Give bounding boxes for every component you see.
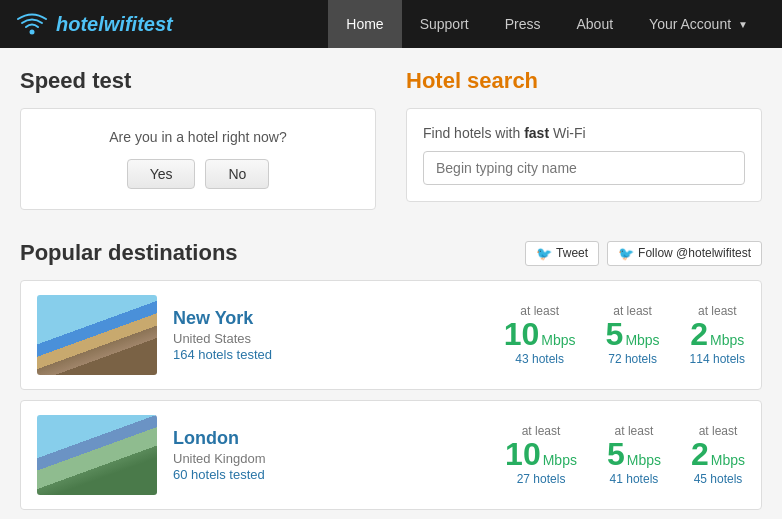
nav-link-press[interactable]: Press [487,0,559,48]
no-button[interactable]: No [205,159,269,189]
stat-number: 5 [607,438,625,470]
dest-stats: at least 10 Mbps 27 hotels at least 5 Mb… [505,424,745,486]
hotel-search-box: Find hotels with fast Wi-Fi [406,108,762,202]
destination-row: New YorkUnited States164 hotels tested a… [20,280,762,390]
nav-links: Home Support Press About Your Account ▼ [328,0,766,48]
logo-text: hotelwifitest [56,13,173,36]
stat-hotels-link[interactable]: 27 hotels [505,472,577,486]
popular-destinations-section: Popular destinations 🐦 Tweet 🐦 Follow @h… [20,240,762,510]
dest-country: United Kingdom [173,451,505,466]
stat-number: 2 [690,318,708,350]
city-search-input[interactable] [423,151,745,185]
stat-number: 5 [606,318,624,350]
social-buttons: 🐦 Tweet 🐦 Follow @hotelwifitest [525,241,762,266]
yes-button[interactable]: Yes [127,159,196,189]
stat-col-2: at least 2 Mbps 45 hotels [691,424,745,486]
stat-unit: Mbps [710,332,744,348]
hotel-search-description: Find hotels with fast Wi-Fi [423,125,745,141]
popular-destinations-title: Popular destinations [20,240,238,266]
speed-test-buttons: Yes No [41,159,355,189]
stat-col-0: at least 10 Mbps 27 hotels [505,424,577,486]
stat-unit: Mbps [541,332,575,348]
svg-point-0 [30,30,35,35]
stat-unit: Mbps [625,332,659,348]
speed-test-question: Are you in a hotel right now? [41,129,355,145]
stat-number: 10 [504,318,540,350]
nav-link-account[interactable]: Your Account ▼ [631,0,766,48]
twitter-icon-tweet: 🐦 [536,246,552,261]
stat-hotels-link[interactable]: 114 hotels [690,352,745,366]
stat-number: 10 [505,438,541,470]
dest-country: United States [173,331,504,346]
stat-speed: 2 Mbps [691,438,745,470]
stat-speed: 5 Mbps [607,438,661,470]
hotel-search-title: Hotel search [406,68,762,94]
dest-stats: at least 10 Mbps 43 hotels at least 5 Mb… [504,304,745,366]
tweet-button[interactable]: 🐦 Tweet [525,241,599,266]
stat-col-1: at least 5 Mbps 41 hotels [607,424,661,486]
dest-info: New YorkUnited States164 hotels tested [173,308,504,362]
stat-speed: 10 Mbps [504,318,576,350]
nav-link-support[interactable]: Support [402,0,487,48]
stat-hotels-link[interactable]: 45 hotels [691,472,745,486]
stat-hotels-link[interactable]: 41 hotels [607,472,661,486]
speed-test-box: Are you in a hotel right now? Yes No [20,108,376,210]
chevron-down-icon: ▼ [738,19,748,30]
stat-number: 2 [691,438,709,470]
popular-header: Popular destinations 🐦 Tweet 🐦 Follow @h… [20,240,762,266]
nav-link-about[interactable]: About [559,0,632,48]
stat-hotels-link[interactable]: 72 hotels [606,352,660,366]
dest-city-new-york[interactable]: New York [173,308,253,328]
stat-unit: Mbps [543,452,577,468]
dest-image-new-york [37,295,157,375]
main-content: Speed test Are you in a hotel right now?… [0,48,782,510]
dest-hotels-tested[interactable]: 60 hotels tested [173,467,265,482]
twitter-icon-follow: 🐦 [618,246,634,261]
logo-icon [16,8,48,40]
logo[interactable]: hotelwifitest [16,8,173,40]
dest-city-london[interactable]: London [173,428,239,448]
follow-button[interactable]: 🐦 Follow @hotelwifitest [607,241,762,266]
stat-col-2: at least 2 Mbps 114 hotels [690,304,745,366]
top-section: Speed test Are you in a hotel right now?… [20,68,762,210]
speed-test-title: Speed test [20,68,376,94]
dest-image-london [37,415,157,495]
stat-unit: Mbps [627,452,661,468]
navbar: hotelwifitest Home Support Press About Y… [0,0,782,48]
destination-row: LondonUnited Kingdom60 hotels tested at … [20,400,762,510]
stat-speed: 10 Mbps [505,438,577,470]
stat-unit: Mbps [711,452,745,468]
stat-col-0: at least 10 Mbps 43 hotels [504,304,576,366]
stat-col-1: at least 5 Mbps 72 hotels [606,304,660,366]
stat-speed: 2 Mbps [690,318,745,350]
hotel-search-section: Hotel search Find hotels with fast Wi-Fi [406,68,762,210]
dest-info: LondonUnited Kingdom60 hotels tested [173,428,505,482]
dest-hotels-tested[interactable]: 164 hotels tested [173,347,272,362]
nav-link-home[interactable]: Home [328,0,401,48]
destinations-list: New YorkUnited States164 hotels tested a… [20,280,762,510]
stat-hotels-link[interactable]: 43 hotels [504,352,576,366]
speed-test-section: Speed test Are you in a hotel right now?… [20,68,376,210]
stat-speed: 5 Mbps [606,318,660,350]
